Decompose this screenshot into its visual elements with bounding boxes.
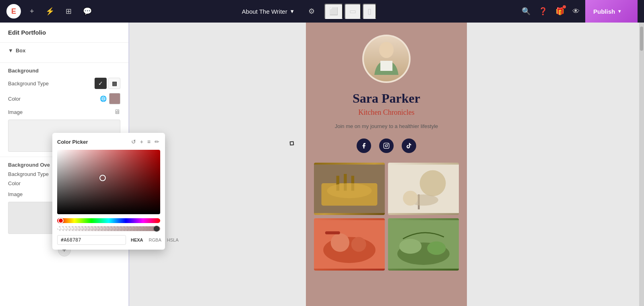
- elementor-logo[interactable]: E: [6, 4, 21, 19]
- mobile-device-btn[interactable]: ▯: [363, 4, 376, 19]
- svg-point-24: [427, 241, 446, 254]
- solid-type-btn[interactable]: ✓: [95, 78, 107, 89]
- add-element-icon[interactable]: +: [27, 5, 37, 18]
- cp-title: Color Picker: [57, 139, 88, 145]
- hsla-tab[interactable]: HSLA: [165, 237, 180, 243]
- box-section-label[interactable]: ▼ Box: [8, 48, 120, 54]
- profile-image: [364, 36, 409, 81]
- background-type-row: Background Type ✓ ▩: [8, 78, 120, 89]
- settings-icon[interactable]: ⚙: [308, 7, 315, 16]
- cp-gradient-area[interactable]: [57, 150, 160, 214]
- rgba-tab[interactable]: RGBA: [147, 237, 163, 243]
- cp-hex-input[interactable]: [57, 235, 126, 245]
- profile-svg: [370, 39, 402, 79]
- facebook-icon[interactable]: [357, 139, 371, 153]
- color-overlay-label: Color: [8, 180, 21, 186]
- instagram-icon[interactable]: [379, 139, 394, 153]
- bg-type-label: Background Type: [8, 81, 49, 87]
- publish-button[interactable]: Publish ▾: [585, 0, 638, 23]
- svg-point-4: [388, 144, 388, 145]
- cursor-indicator: [290, 141, 294, 146]
- gradient-type-btn[interactable]: ▩: [108, 78, 120, 89]
- bg-type-buttons: ✓ ▩: [95, 78, 120, 89]
- food-item-2: [388, 163, 459, 215]
- color-picker-popup: Color Picker ↺ + ≡ ✏ HEXA RGBA: [52, 133, 165, 250]
- cp-format-tabs: HEXA RGBA HSLA: [129, 237, 180, 243]
- canvas-scrollbar[interactable]: [639, 23, 644, 306]
- svg-point-10: [327, 183, 372, 198]
- food-item-3: [314, 218, 385, 271]
- cp-alpha-thumb: [154, 226, 159, 232]
- bg-overlay-type-label: Background Type: [8, 171, 49, 177]
- image-row: Image 🖥: [8, 108, 120, 116]
- top-bar: E + ⚡ ⊞ 💬 About The Writer ▾ ⚙ ⬜ ▭ ▯ 🔍 ❓…: [0, 0, 644, 23]
- notification-dot: [563, 5, 566, 8]
- device-switcher: ⬜ ▭ ▯: [324, 4, 376, 19]
- cp-hex-row: HEXA RGBA HSLA: [57, 235, 160, 245]
- profile-tagline: Kitchen Chronicles: [358, 108, 414, 117]
- cp-swatches-btn[interactable]: ≡: [147, 138, 151, 146]
- publish-chevron-icon: ▾: [618, 8, 621, 14]
- cp-actions: ↺ + ≡ ✏: [130, 138, 160, 146]
- eye-icon[interactable]: 👁: [570, 5, 582, 18]
- svg-point-12: [420, 170, 446, 196]
- global-color-icon[interactable]: 🌐: [100, 95, 107, 102]
- food-item-4: [388, 218, 459, 271]
- cp-alpha-slider[interactable]: [57, 226, 160, 231]
- canvas-scrollbar-thumb[interactable]: [640, 27, 643, 51]
- tiktok-icon[interactable]: [402, 139, 416, 153]
- svg-point-23: [399, 239, 422, 254]
- gift-icon[interactable]: 🎁: [553, 4, 567, 18]
- canvas-area: Sara Parker Kitchen Chronicles Join me o…: [129, 23, 644, 306]
- svg-rect-1: [380, 61, 392, 71]
- image-label: Image: [8, 109, 23, 115]
- desktop-device-btn[interactable]: ⬜: [324, 4, 343, 19]
- profile-bio: Join me on my journey to a healthier lif…: [335, 122, 438, 130]
- logo-letter: E: [11, 7, 16, 16]
- cp-add-btn[interactable]: +: [139, 138, 144, 146]
- search-icon[interactable]: 🔍: [519, 4, 533, 18]
- tablet-device-btn[interactable]: ▭: [345, 4, 361, 19]
- hamburger-icon[interactable]: ⚡: [43, 4, 57, 18]
- page-preview: Sara Parker Kitchen Chronicles Join me o…: [306, 23, 467, 306]
- svg-point-15: [403, 190, 418, 205]
- svg-point-0: [379, 42, 394, 58]
- cp-hue-thumb: [58, 218, 64, 223]
- svg-point-18: [331, 233, 349, 252]
- help-icon[interactable]: ❓: [536, 4, 550, 18]
- image-overlay-label: Image: [8, 191, 23, 197]
- color-swatch[interactable]: [109, 93, 120, 104]
- profile-name: Sara Parker: [353, 91, 420, 106]
- cp-cursor: [99, 175, 106, 181]
- food-item-1: [314, 163, 385, 215]
- color-swatch-container: 🌐: [100, 93, 120, 104]
- page-selector[interactable]: About The Writer ▾: [237, 5, 299, 17]
- background-section-label: Background: [8, 68, 120, 74]
- comments-icon[interactable]: 💬: [80, 4, 94, 18]
- social-icons: [357, 139, 416, 153]
- panel-title: Edit Portfolio: [8, 29, 46, 36]
- publish-label: Publish: [593, 8, 615, 15]
- panel-header: Edit Portfolio: [0, 23, 128, 43]
- svg-rect-2: [384, 143, 389, 148]
- svg-point-3: [385, 145, 387, 147]
- profile-circle: [362, 35, 411, 83]
- hexa-tab[interactable]: HEXA: [129, 237, 145, 243]
- color-row: Color 🌐: [8, 93, 120, 104]
- chevron-down-icon: ▾: [291, 8, 294, 15]
- layers-icon[interactable]: ⊞: [63, 4, 74, 18]
- food-grid: [314, 163, 459, 271]
- svg-point-19: [351, 237, 366, 252]
- svg-rect-20: [325, 231, 340, 234]
- collapse-arrow-icon: ▼: [8, 48, 13, 54]
- cp-header: Color Picker ↺ + ≡ ✏: [57, 138, 160, 146]
- page-title: About The Writer: [242, 8, 287, 15]
- cp-hue-slider[interactable]: [57, 218, 160, 223]
- box-section: ▼ Box: [0, 43, 128, 62]
- cp-eyedropper-btn[interactable]: ✏: [154, 138, 160, 146]
- image-icon[interactable]: 🖥: [114, 108, 120, 116]
- cp-reset-btn[interactable]: ↺: [130, 138, 137, 146]
- color-label: Color: [8, 96, 21, 102]
